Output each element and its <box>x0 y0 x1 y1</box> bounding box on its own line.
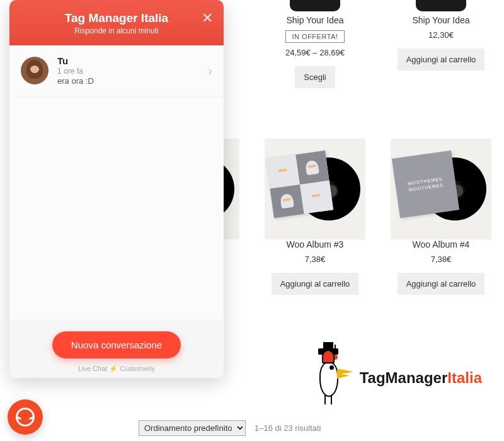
chat-header: Tag Manager Italia Risponde in alcuni mi… <box>9 0 224 45</box>
conversation-preview: era ora :D <box>57 76 199 86</box>
product-price: 7,38€ <box>431 255 452 264</box>
brand-name: TagManagerItalia <box>360 369 482 387</box>
catalog-footer: Ordinamento predefinito 1–16 di 23 risul… <box>0 420 504 436</box>
conversation-item[interactable]: Tu 1 ore fa era ora :D › <box>9 45 224 96</box>
chat-footer: Nuova conversazione Live Chat ⚡ Customer… <box>9 320 224 378</box>
new-conversation-button[interactable]: Nuova conversazione <box>52 331 181 358</box>
product-title: Woo Album #3 <box>287 239 344 249</box>
powered-by[interactable]: Live Chat ⚡ Customerly <box>78 365 155 373</box>
product-title: Ship Your Idea <box>412 15 469 25</box>
conversation-author: Tu <box>57 55 199 66</box>
sale-badge: IN OFFERTA! <box>285 30 345 43</box>
brand-logo: TagManagerItalia <box>312 350 482 406</box>
product-price: 12,30€ <box>428 30 454 40</box>
product-card: Woo Album #3 7,38€ Aggiungi al carrello <box>252 107 378 314</box>
product-card: Ship Your Idea 12,30€ Aggiungi al carrel… <box>378 0 504 107</box>
chat-title: Tag Manager Italia <box>16 11 217 25</box>
chevron-right-icon: › <box>208 64 212 78</box>
bird-icon <box>312 350 356 406</box>
result-count: 1–16 di 23 risultati <box>255 423 321 433</box>
product-price: 7,38€ <box>305 255 326 264</box>
chat-subtitle: Risponde in alcuni minuti <box>16 26 217 35</box>
chat-launcher-button[interactable] <box>8 399 43 435</box>
sort-select[interactable]: Ordinamento predefinito <box>139 420 246 436</box>
choose-button[interactable]: Scegli <box>295 66 335 88</box>
product-image <box>416 0 466 11</box>
product-card: Ship Your Idea IN OFFERTA! 24,59€ – 28,6… <box>252 0 378 107</box>
add-to-cart-button[interactable]: Aggiungi al carrello <box>272 273 359 295</box>
add-to-cart-button[interactable]: Aggiungi al carrello <box>398 49 485 71</box>
product-image <box>290 0 340 11</box>
product-image[interactable] <box>265 139 365 239</box>
add-to-cart-button[interactable]: Aggiungi al carrello <box>398 273 485 295</box>
close-icon[interactable]: ✕ <box>200 11 215 26</box>
conversation-list: Tu 1 ore fa era ora :D › <box>9 45 224 320</box>
product-card: WOOTHEMESWOOTHEMES Woo Album #4 7,38€ Ag… <box>378 107 504 314</box>
conversation-time: 1 ore fa <box>57 67 199 76</box>
chat-widget: Tag Manager Italia Risponde in alcuni mi… <box>9 0 224 378</box>
chat-icon <box>16 408 35 427</box>
product-price: 24,59€ – 28,69€ <box>285 48 345 57</box>
product-image[interactable]: WOOTHEMESWOOTHEMES <box>391 139 491 239</box>
product-title: Ship Your Idea <box>286 15 343 25</box>
avatar <box>21 57 49 84</box>
bolt-icon: ⚡ <box>109 365 118 372</box>
product-title: Woo Album #4 <box>413 239 470 249</box>
